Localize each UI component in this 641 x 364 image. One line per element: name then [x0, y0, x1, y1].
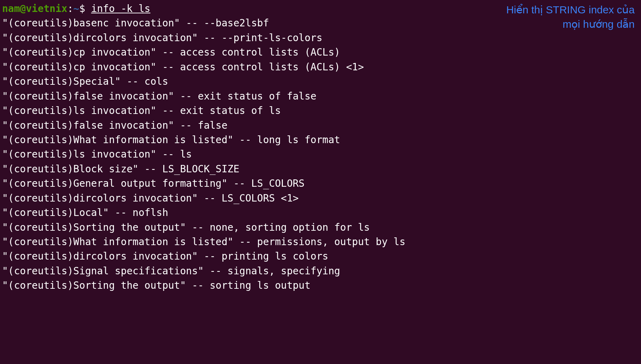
- output-line: "(coreutils)cp invocation" -- access con…: [2, 45, 639, 59]
- annotation-line2: mọi hướng dẫn: [506, 17, 635, 32]
- output-line: "(coreutils)Sorting the output" -- none,…: [2, 220, 639, 235]
- prompt-dollar: $: [79, 3, 91, 14]
- prompt-host: vietnix: [26, 3, 67, 14]
- output-line: "(coreutils)General output formatting" -…: [2, 176, 639, 191]
- output-line: "(coreutils)Sorting the output" -- sorti…: [2, 278, 639, 293]
- output-line: "(coreutils)Block size" -- LS_BLOCK_SIZE: [2, 162, 639, 176]
- output-line: "(coreutils)What information is listed" …: [2, 235, 639, 249]
- output-line: "(coreutils)Special" -- cols: [2, 74, 639, 89]
- output-line: "(coreutils)dircolors invocation" -- --p…: [2, 31, 639, 45]
- output-line: "(coreutils)ls invocation" -- ls: [2, 147, 639, 161]
- prompt-colon: :: [67, 3, 73, 14]
- annotation-line1: Hiển thị STRING index của: [506, 3, 635, 17]
- prompt-at: @: [20, 3, 26, 14]
- output-line: "(coreutils)false invocation" -- exit st…: [2, 89, 639, 103]
- output-line: "(coreutils)Signal specifications" -- si…: [2, 264, 639, 278]
- prompt-cwd: ~: [73, 3, 79, 14]
- output-line: "(coreutils)dircolors invocation" -- LS_…: [2, 191, 639, 205]
- annotation-overlay: Hiển thị STRING index của mọi hướng dẫn: [506, 3, 635, 31]
- output-line: "(coreutils)false invocation" -- false: [2, 118, 639, 133]
- command-text: info -k ls: [91, 3, 151, 14]
- output-line: "(coreutils)Local" -- noflsh: [2, 205, 639, 220]
- output-line: "(coreutils)What information is listed" …: [2, 133, 639, 147]
- prompt-user: nam: [2, 3, 20, 14]
- output-line: "(coreutils)ls invocation" -- exit statu…: [2, 103, 639, 118]
- output-line: "(coreutils)cp invocation" -- access con…: [2, 60, 639, 74]
- output-line: "(coreutils)dircolors invocation" -- pri…: [2, 249, 639, 263]
